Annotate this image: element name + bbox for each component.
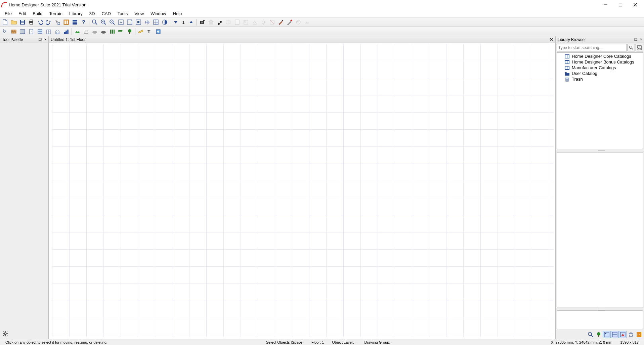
menu-3d[interactable]: 3D (86, 10, 98, 17)
cad-tools-button[interactable] (154, 28, 163, 36)
camera-view-button[interactable] (198, 18, 207, 26)
window-tools-button[interactable] (36, 28, 44, 36)
color-onoff-button[interactable] (160, 18, 169, 26)
menu-edit[interactable]: Edit (15, 10, 29, 17)
help-button[interactable]: ? (79, 18, 88, 26)
pan-button[interactable] (143, 18, 152, 26)
library-search-button[interactable] (628, 44, 635, 51)
new-plan-button[interactable] (1, 18, 9, 26)
tree-item-trash[interactable]: Trash (557, 76, 643, 82)
library-filter-button[interactable] (636, 44, 643, 51)
terrain-perimeter-button[interactable] (73, 28, 82, 36)
library-tree[interactable]: Home Designer Core Catalogs Home Designe… (557, 52, 643, 149)
svg-rect-77 (64, 32, 66, 34)
library-splitter-1[interactable] (556, 150, 644, 152)
tree-item-bonus-catalogs[interactable]: Home Designer Bonus Catalogs (557, 59, 643, 65)
svg-rect-45 (245, 21, 246, 22)
plant-tools-button[interactable] (125, 28, 134, 36)
terrain-wall-button[interactable] (117, 28, 125, 36)
walkthrough-button[interactable] (215, 18, 224, 26)
cabinet-tools-button[interactable] (44, 28, 53, 36)
print-button[interactable] (27, 18, 36, 26)
library-get-content-button[interactable] (627, 331, 635, 338)
canvas-tab-label[interactable]: Untitled 1: 1st Floor (51, 37, 86, 42)
redo-button[interactable] (44, 18, 53, 26)
library-close-button[interactable]: ✕ (639, 37, 643, 42)
tree-item-user-catalog[interactable]: User Catalog (557, 71, 643, 76)
library-splitter-2[interactable] (556, 308, 644, 310)
svg-rect-43 (235, 20, 239, 25)
library-search-panel-button[interactable] (587, 331, 595, 338)
dollhouse-view-button[interactable] (207, 18, 215, 26)
menu-view[interactable]: View (131, 10, 147, 17)
terrain-feature-button[interactable] (99, 28, 108, 36)
tool-palette-undock-button[interactable]: ❐ (38, 37, 42, 42)
menu-terrain[interactable]: Terrain (46, 10, 66, 17)
cross-section-button[interactable] (224, 18, 233, 26)
delete-surface-button[interactable] (268, 18, 276, 26)
svg-point-75 (49, 32, 50, 32)
select-objects-button[interactable] (1, 28, 9, 36)
undo-button[interactable] (36, 18, 44, 26)
library-preferences-button[interactable]: P (635, 331, 643, 338)
tool-palette-settings-button[interactable] (2, 330, 9, 337)
library-toggle-preview-button[interactable] (619, 331, 627, 338)
library-show-preview-button[interactable] (611, 331, 619, 338)
menu-build[interactable]: Build (29, 10, 46, 17)
preferences-button[interactable] (53, 18, 62, 26)
undo-zoom-button[interactable] (117, 18, 125, 26)
tree-item-manufacturer-catalogs[interactable]: Manufacturer Catalogs (557, 65, 643, 71)
grid-background (52, 44, 553, 337)
zoom-out-button[interactable] (108, 18, 117, 26)
zoom-button[interactable] (90, 18, 99, 26)
terrain-modifier-button[interactable] (90, 28, 99, 36)
terrain-elevation-button[interactable] (82, 28, 90, 36)
material-eyedropper-button[interactable] (285, 18, 294, 26)
menu-help[interactable]: Help (169, 10, 185, 17)
tool-palette-close-button[interactable]: ✕ (43, 37, 48, 42)
elevation-button[interactable] (250, 18, 259, 26)
zoom-in-button[interactable] (99, 18, 108, 26)
project-browser-button[interactable] (71, 18, 79, 26)
menu-file[interactable]: File (1, 10, 15, 17)
library-show-panel-button[interactable] (603, 331, 611, 338)
library-browser-button[interactable] (62, 18, 71, 26)
menu-window[interactable]: Window (147, 10, 169, 17)
menu-cad[interactable]: CAD (98, 10, 114, 17)
canvas-tab-close-button[interactable]: ✕ (550, 37, 553, 42)
plan-view-button[interactable] (242, 18, 250, 26)
deck-tools-button[interactable] (18, 28, 27, 36)
close-button[interactable] (628, 0, 643, 9)
maximize-button[interactable] (613, 0, 628, 9)
road-tools-button[interactable] (108, 28, 117, 36)
final-view-button[interactable] (303, 18, 311, 26)
text-tools-button[interactable]: T (145, 28, 154, 36)
fill-window-bldg-button[interactable] (134, 18, 143, 26)
library-plant-chooser-button[interactable] (595, 331, 603, 338)
door-tools-button[interactable] (27, 28, 36, 36)
appliance-tools-button[interactable] (53, 28, 62, 36)
save-button[interactable] (18, 18, 27, 26)
svg-point-116 (597, 332, 600, 336)
floor-down-button[interactable] (171, 18, 180, 26)
open-plan-button[interactable] (9, 18, 18, 26)
dimension-tools-button[interactable] (136, 28, 145, 36)
tool-palette-body (0, 43, 48, 339)
minimize-button[interactable] (598, 0, 613, 9)
sun-angle-button[interactable] (259, 18, 268, 26)
architectural-button[interactable] (62, 28, 71, 36)
menu-library[interactable]: Library (66, 10, 86, 17)
floor-up-button[interactable] (187, 18, 196, 26)
reference-grid-button[interactable] (152, 18, 160, 26)
catalog-icon (564, 60, 570, 64)
wall-tools-button[interactable] (9, 28, 18, 36)
menu-tools[interactable]: Tools (114, 10, 131, 17)
adjust-material-button[interactable] (294, 18, 303, 26)
material-painter-button[interactable] (276, 18, 285, 26)
drawing-canvas[interactable] (49, 43, 555, 339)
library-search-input[interactable] (557, 44, 627, 51)
tree-item-core-catalogs[interactable]: Home Designer Core Catalogs (557, 53, 643, 59)
library-undock-button[interactable]: ❐ (633, 37, 638, 42)
fill-window-button[interactable] (125, 18, 134, 26)
print-preview-button[interactable] (233, 18, 242, 26)
